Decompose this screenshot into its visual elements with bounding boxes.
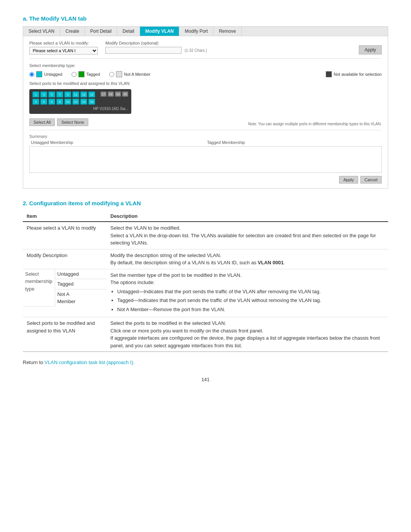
desc-label: Modify Description (optional) bbox=[105, 41, 351, 45]
row4-item: Select ports to be modified and assigned… bbox=[23, 317, 107, 352]
footer-link[interactable]: VLAN configuration task list (approach I… bbox=[45, 359, 133, 365]
cancel-bottom-button[interactable]: Cancel bbox=[360, 176, 382, 184]
row1-item: Please select a VLAN to modify bbox=[23, 222, 107, 249]
tab-modify-vlan[interactable]: Modify VLAN bbox=[140, 27, 180, 36]
port-2[interactable]: 2 bbox=[32, 99, 39, 105]
summary-box bbox=[29, 146, 382, 173]
row1-desc-line2: Select a VLAN in the drop-down list. The… bbox=[110, 233, 376, 246]
port-18[interactable]: 18 bbox=[108, 91, 114, 97]
config-table: Item Description Please select a VLAN to… bbox=[23, 211, 388, 352]
tab-create[interactable]: Create bbox=[60, 27, 85, 36]
row1-desc-line1: Select the VLAN to be modified. bbox=[110, 225, 180, 231]
not-available-label: Not available for selection bbox=[334, 72, 382, 77]
untagged-membership-col: Untagged Membership bbox=[29, 140, 206, 145]
not-member-radio[interactable] bbox=[109, 72, 114, 77]
bottom-buttons: Apply Cancel bbox=[29, 176, 382, 184]
row3-desc-line1: Set the member type of the port to be mo… bbox=[110, 272, 242, 278]
summary-cols: Untagged Membership Tagged Membership bbox=[29, 140, 382, 145]
row1-desc: Select the VLAN to be modified. Select a… bbox=[107, 222, 388, 249]
untagged-radio[interactable] bbox=[29, 72, 34, 77]
untagged-color-box bbox=[36, 71, 42, 77]
not-available-color-box bbox=[326, 71, 332, 77]
tab-modify-port[interactable]: Modify Port bbox=[179, 27, 213, 36]
port-row-top: 1 3 5 7 9 11 13 15 17 18 19 20 bbox=[32, 91, 128, 97]
select-none-button[interactable]: Select None bbox=[57, 118, 88, 126]
row2-desc-line2-prefix: By default, the description string of a … bbox=[110, 260, 258, 265]
desc-input[interactable] bbox=[105, 47, 182, 54]
port-15[interactable]: 15 bbox=[88, 91, 95, 97]
tab-bar: Select VLAN Create Port Detail Detail Mo… bbox=[23, 27, 388, 36]
not-member-option[interactable]: Not A Member bbox=[109, 71, 151, 77]
tab-port-detail[interactable]: Port Detail bbox=[85, 27, 117, 36]
row4-desc-line2: Click one or more ports you want to modi… bbox=[110, 328, 263, 334]
port-6[interactable]: 6 bbox=[48, 99, 55, 105]
table-row: Select ports to be modified and assigned… bbox=[23, 317, 388, 352]
port-7[interactable]: 7 bbox=[56, 91, 63, 97]
port-1[interactable]: 1 bbox=[32, 91, 39, 97]
chassis-area: 1 3 5 7 9 11 13 15 17 18 19 20 bbox=[29, 89, 131, 114]
port-12[interactable]: 12 bbox=[72, 99, 79, 105]
tab-select-vlan[interactable]: Select VLAN bbox=[23, 27, 60, 36]
chassis-left: 1 3 5 7 9 11 13 15 17 18 19 20 bbox=[29, 86, 131, 126]
divider2 bbox=[29, 130, 382, 130]
port-row-bottom: 2 4 6 8 10 12 14 16 bbox=[32, 99, 128, 105]
apply-bottom-button[interactable]: Apply bbox=[339, 176, 358, 184]
footer-text: Return to bbox=[23, 359, 45, 365]
tab-panel: Select VLAN Create Port Detail Detail Mo… bbox=[23, 26, 388, 189]
not-member-color-box bbox=[116, 71, 122, 77]
untagged-option[interactable]: Untagged bbox=[29, 71, 62, 77]
chassis-note: Note: You can assign multiple ports in d… bbox=[248, 122, 382, 126]
tagged-option[interactable]: Tagged bbox=[72, 71, 100, 77]
bullet-item-1: Untagged—Indicates that the port sends t… bbox=[117, 288, 384, 296]
tagged-radio[interactable] bbox=[72, 72, 76, 77]
port-3[interactable]: 3 bbox=[40, 91, 47, 97]
panel-body: Please select a VLAN to modify: Please s… bbox=[23, 36, 388, 188]
port-19[interactable]: 19 bbox=[115, 91, 121, 97]
row2-desc-line1: Modify the description string of the sel… bbox=[110, 252, 221, 258]
row4-desc: Select the ports to be modified in the s… bbox=[107, 317, 388, 352]
footer-line: Return to VLAN configuration task list (… bbox=[23, 359, 388, 365]
col-header-desc: Description bbox=[107, 211, 388, 222]
select-all-button[interactable]: Select All bbox=[29, 118, 55, 126]
port-9[interactable]: 9 bbox=[64, 91, 71, 97]
port-13[interactable]: 13 bbox=[80, 91, 87, 97]
sub-item-not-member: Not AMember bbox=[55, 289, 107, 307]
bullet-item-3: Not A Member—Remove the port from the VL… bbox=[117, 306, 384, 313]
port-4[interactable]: 4 bbox=[40, 99, 47, 105]
port-11[interactable]: 11 bbox=[72, 91, 79, 97]
select-buttons: Select All Select None bbox=[29, 118, 131, 126]
sub-item-untagged: Untagged bbox=[55, 269, 107, 279]
tagged-label: Tagged bbox=[86, 72, 100, 77]
bullet-item-2: Tagged—Indicates that the port sends the… bbox=[117, 297, 384, 304]
tab-detail[interactable]: Detail bbox=[117, 27, 140, 36]
table-row: Please select a VLAN to modify Select th… bbox=[23, 222, 388, 249]
row3-bullet-list: Untagged—Indicates that the port sends t… bbox=[110, 288, 384, 313]
row3-item: Select membership type Untagged Tagged N… bbox=[23, 269, 107, 317]
untagged-label: Untagged bbox=[44, 72, 62, 77]
port-17[interactable]: 17 bbox=[100, 91, 107, 97]
ports-label: Select ports to be modified and assigned… bbox=[29, 81, 131, 86]
port-20[interactable]: 20 bbox=[122, 91, 128, 97]
apply-top-button[interactable]: Apply bbox=[359, 45, 382, 54]
section1-heading: a. The Modify VLAN tab bbox=[23, 15, 388, 22]
membership-type-label: Select membership type: bbox=[29, 63, 75, 68]
vlan-select-col: Please select a VLAN to modify: Please s… bbox=[29, 41, 98, 54]
port-10[interactable]: 10 bbox=[64, 99, 71, 105]
chassis-label: HP V1910-16G Sw... bbox=[32, 106, 128, 112]
not-available-option: Not available for selection bbox=[326, 71, 382, 77]
row4-desc-line3: If aggregate interfaces are configured o… bbox=[110, 335, 380, 348]
row2-bold: VLAN 0001 bbox=[258, 260, 284, 265]
sub-item-tagged: Tagged bbox=[55, 279, 107, 289]
sub-table: Select membership type Untagged Tagged N… bbox=[23, 269, 107, 307]
row2-item: Modify Description bbox=[23, 249, 107, 269]
tab-remove[interactable]: Remove bbox=[213, 27, 242, 36]
port-16[interactable]: 16 bbox=[88, 99, 95, 105]
port-8[interactable]: 8 bbox=[56, 99, 63, 105]
vlan-select-label: Please select a VLAN to modify: bbox=[29, 41, 98, 45]
port-14[interactable]: 14 bbox=[80, 99, 87, 105]
col-header-item: Item bbox=[23, 211, 107, 222]
vlan-select-dropdown[interactable]: Please select a VLAN I bbox=[29, 47, 98, 54]
summary-label: Summary bbox=[29, 134, 382, 139]
port-5[interactable]: 5 bbox=[48, 91, 55, 97]
table-row: Select membership type Untagged Tagged N… bbox=[23, 269, 388, 317]
